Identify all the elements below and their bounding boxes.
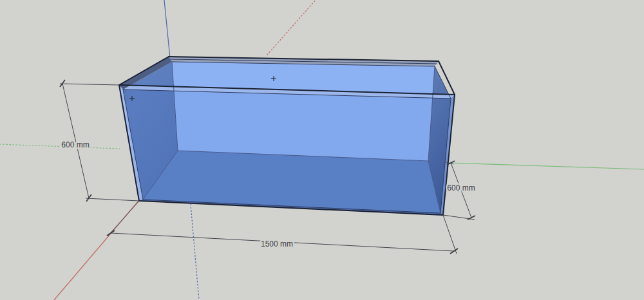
tank-model[interactable] — [119, 57, 455, 215]
dimension-label-length[interactable]: 1500 mm — [261, 239, 293, 248]
dimension-label-depth[interactable]: 600 mm — [447, 183, 475, 192]
front-glass-face[interactable] — [123, 89, 451, 215]
sketchup-viewport[interactable]: 600 mm 600 mm 1500 mm — [0, 0, 644, 300]
dimension-label-height[interactable]: 600 mm — [61, 140, 89, 149]
